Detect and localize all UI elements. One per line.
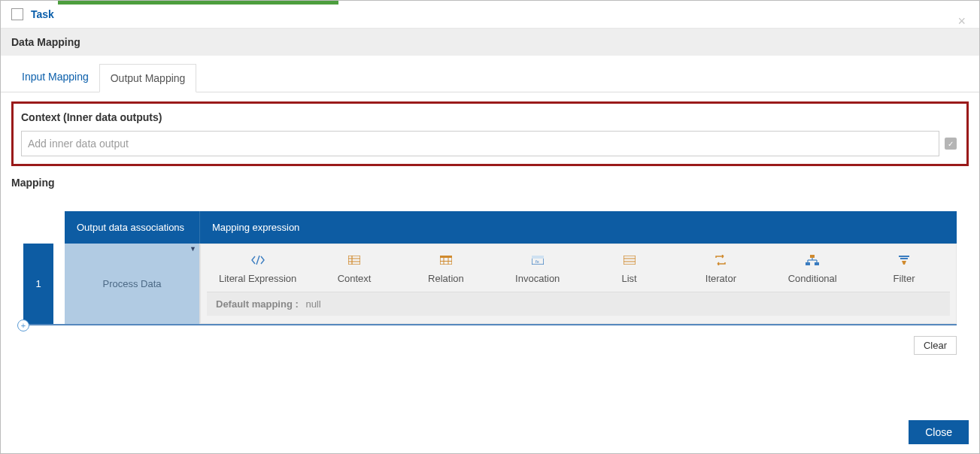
invocation-icon: fx (531, 255, 545, 265)
expression-options: Literal Expression Context Relation (207, 255, 950, 284)
option-label: Literal Expression (219, 273, 296, 284)
iterator-icon (714, 255, 727, 265)
default-mapping-label: Default mapping : (216, 298, 299, 310)
tab-output-mapping[interactable]: Output Mapping (99, 64, 197, 92)
mapping-table: Output data associations Mapping express… (23, 211, 957, 325)
tabs: Input Mapping Output Mapping (1, 56, 979, 92)
svg-rect-12 (623, 256, 636, 265)
option-label: Relation (428, 273, 464, 284)
add-row-button[interactable]: + (17, 319, 29, 331)
table-head: Output data associations Mapping express… (23, 211, 957, 244)
option-label: List (621, 273, 636, 284)
default-mapping-row: Default mapping : null (207, 292, 950, 316)
title-row: Task × (1, 1, 979, 29)
close-button[interactable]: Close (909, 420, 969, 444)
conditional-icon (806, 255, 819, 265)
svg-rect-20 (806, 262, 810, 265)
col-header-expression: Mapping expression (200, 211, 957, 244)
context-section: Context (Inner data outputs) ✓ (11, 101, 969, 166)
context-input[interactable] (21, 131, 939, 156)
option-invocation[interactable]: fx Invocation (504, 255, 572, 284)
option-literal-expression[interactable]: Literal Expression (219, 255, 296, 284)
accent-bar (58, 1, 338, 5)
row-number: 1 (23, 244, 53, 324)
option-relation[interactable]: Relation (412, 255, 480, 284)
option-filter[interactable]: Filter (870, 255, 938, 284)
expression-cell: Literal Expression Context Relation (200, 244, 957, 324)
task-label: Task (31, 8, 54, 20)
svg-rect-5 (440, 256, 452, 258)
clear-row: Clear (1, 336, 957, 355)
association-cell[interactable]: Process Data ▼ (65, 244, 200, 324)
relation-icon (439, 255, 453, 265)
checkmark-icon: ✓ (945, 138, 957, 150)
svg-rect-15 (810, 255, 815, 258)
option-label: Invocation (515, 273, 560, 284)
context-label: Context (Inner data outputs) (21, 111, 959, 123)
option-label: Filter (894, 273, 915, 284)
option-label: Conditional (788, 273, 837, 284)
svg-rect-0 (348, 256, 360, 265)
context-input-row: ✓ (21, 131, 959, 156)
section-header: Data Mapping (1, 29, 979, 56)
option-iterator[interactable]: Iterator (687, 255, 754, 284)
context-icon (347, 255, 361, 265)
svg-rect-10 (532, 256, 544, 259)
table-row: 1 Process Data ▼ Literal Expression Cont… (23, 244, 957, 324)
row-gap (53, 244, 65, 324)
task-checkbox[interactable] (11, 8, 23, 20)
option-label: Context (338, 273, 372, 284)
clear-button[interactable]: Clear (914, 336, 957, 355)
col-header-associations: Output data associations (65, 211, 200, 244)
option-context[interactable]: Context (320, 255, 388, 284)
option-label: Iterator (705, 273, 736, 284)
default-mapping-value: null (305, 298, 320, 310)
svg-text:fx: fx (536, 259, 539, 264)
head-spacer (23, 211, 65, 244)
filter-icon (897, 255, 911, 265)
option-conditional[interactable]: Conditional (778, 255, 846, 284)
mapping-label: Mapping (11, 177, 969, 189)
chevron-down-icon: ▼ (190, 245, 196, 253)
association-cell-label: Process Data (102, 278, 161, 289)
tab-input-mapping[interactable]: Input Mapping (11, 63, 99, 92)
table-bottom-line (29, 324, 957, 325)
option-list[interactable]: List (596, 255, 663, 284)
close-icon[interactable]: × (957, 14, 966, 28)
code-icon (251, 255, 265, 265)
footer: Close (909, 420, 969, 444)
context-confirm-button[interactable]: ✓ (942, 131, 959, 156)
svg-rect-21 (815, 262, 819, 265)
list-icon (623, 255, 636, 265)
